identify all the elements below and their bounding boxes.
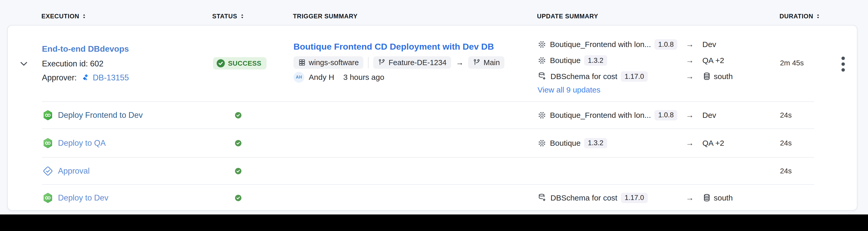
trigger-time: 3 hours ago bbox=[343, 73, 384, 82]
sort-icon[interactable] bbox=[240, 14, 245, 19]
update-name: Boutique_Frontend with lon... bbox=[550, 111, 651, 120]
approver-label: Approver: bbox=[42, 73, 76, 82]
cd-stage-icon bbox=[42, 138, 54, 149]
git-branch-icon bbox=[473, 59, 480, 66]
arrow-glyph: → bbox=[686, 139, 694, 148]
arrow-glyph: → bbox=[686, 72, 694, 81]
author-name: Andy H bbox=[309, 73, 334, 82]
update-target: QA +2 bbox=[702, 56, 724, 65]
database-schema-icon bbox=[537, 193, 547, 202]
version-chip: 1.17.0 bbox=[621, 193, 648, 203]
update-name: Boutique bbox=[550, 56, 581, 65]
update-target: Dev bbox=[702, 40, 716, 49]
update-line: DBSchema for cost 1.17.0 → south bbox=[537, 71, 825, 82]
chevron-down-icon[interactable] bbox=[19, 59, 29, 69]
stage-row: Deploy to Dev DBSchema for cost 1.17.0 →… bbox=[8, 185, 857, 210]
gear-icon bbox=[537, 111, 546, 120]
sort-icon[interactable] bbox=[82, 14, 87, 19]
cd-stage-icon bbox=[42, 192, 54, 204]
duration-value: 24s bbox=[780, 111, 792, 119]
duration-value: 24s bbox=[780, 139, 792, 147]
column-header-execution[interactable]: EXECUTION bbox=[41, 12, 87, 21]
database-instance-icon bbox=[702, 194, 711, 202]
stage-name-link[interactable]: Approval bbox=[58, 166, 90, 176]
column-header-update-summary: UPDATE SUMMARY bbox=[537, 12, 598, 21]
letterbox-bar bbox=[0, 215, 868, 231]
repo-name: wings-software bbox=[309, 59, 359, 67]
update-name: DBSchema for cost bbox=[551, 194, 617, 202]
stage-name-link[interactable]: Deploy to Dev bbox=[58, 193, 108, 202]
stage-name-link[interactable]: Deploy Frontend to Dev bbox=[58, 111, 143, 120]
executions-table-page: EXECUTION STATUS TRIGGER SUMMARY UPDATE … bbox=[0, 0, 868, 231]
table-row: End-to-end DBdevops Execution id: 602 Ap… bbox=[8, 26, 857, 102]
pipeline-name-link[interactable]: End-to-end DBdevops bbox=[42, 44, 129, 54]
source-branch-tag: Feature-DE-1234 bbox=[373, 56, 451, 69]
check-circle-icon bbox=[235, 194, 242, 201]
update-name: Boutique bbox=[550, 139, 581, 148]
avatar: AH bbox=[293, 72, 304, 83]
gear-icon bbox=[537, 40, 546, 49]
update-target: south bbox=[702, 72, 733, 81]
repository-icon bbox=[298, 59, 306, 66]
update-target: Dev bbox=[702, 111, 716, 120]
target-branch-tag: Main bbox=[468, 56, 504, 69]
column-header-duration[interactable]: DURATION bbox=[779, 12, 820, 21]
approver-row: Approver: DB-13155 bbox=[42, 73, 129, 82]
target-branch-name: Main bbox=[484, 59, 500, 67]
trigger-tags: wings-software Feature-DE-1234 → Main bbox=[293, 56, 504, 69]
stage-row: Deploy to QA Boutique 1.3.2 → QA +2 24s bbox=[8, 129, 857, 157]
database-instance-icon bbox=[702, 72, 711, 81]
version-chip: 1.0.8 bbox=[654, 39, 677, 50]
column-label: EXECUTION bbox=[41, 13, 79, 20]
kebab-menu-icon[interactable] bbox=[838, 55, 848, 73]
check-circle-icon bbox=[235, 112, 242, 119]
column-label: TRIGGER SUMMARY bbox=[293, 13, 358, 20]
duration-value: 2m 45s bbox=[780, 59, 804, 67]
gear-icon bbox=[537, 139, 546, 148]
repo-tag: wings-software bbox=[293, 56, 363, 69]
update-target-name: south bbox=[714, 72, 733, 81]
column-label: STATUS bbox=[212, 13, 237, 20]
arrow-glyph: → bbox=[686, 193, 694, 202]
git-branch-icon bbox=[378, 59, 385, 66]
trigger-title-link[interactable]: Boutique Frontend CD Deployment with Dev… bbox=[293, 42, 494, 52]
update-target: south bbox=[702, 194, 733, 202]
duration-value: 24s bbox=[780, 167, 792, 175]
version-chip: 1.3.2 bbox=[584, 55, 607, 66]
version-chip: 1.0.8 bbox=[654, 110, 677, 120]
update-name: DBSchema for cost bbox=[551, 72, 617, 81]
stage-row: Approval 24s bbox=[8, 157, 857, 185]
column-header-status[interactable]: STATUS bbox=[212, 12, 245, 21]
arrow-glyph: → bbox=[686, 56, 694, 65]
trigger-author-row: AH Andy H 3 hours ago bbox=[293, 72, 384, 83]
update-line: Boutique_Frontend with lon... 1.0.8 → De… bbox=[537, 39, 825, 50]
status-badge: SUCCESS bbox=[213, 57, 267, 70]
approval-stage-icon bbox=[42, 165, 54, 177]
jira-icon bbox=[81, 74, 90, 82]
sort-icon[interactable] bbox=[815, 14, 820, 19]
approver-ticket-link[interactable]: DB-13155 bbox=[93, 73, 129, 82]
update-target: QA +2 bbox=[702, 139, 724, 148]
arrow-glyph: → bbox=[456, 58, 464, 67]
database-schema-icon bbox=[537, 72, 547, 81]
update-line: DBSchema for cost 1.17.0 → south bbox=[537, 192, 825, 204]
check-circle-icon bbox=[216, 59, 225, 68]
cd-stage-icon bbox=[42, 110, 54, 121]
column-label: DURATION bbox=[779, 13, 813, 20]
update-target-name: south bbox=[714, 194, 733, 202]
execution-id: Execution id: 602 bbox=[42, 59, 103, 69]
status-label: SUCCESS bbox=[228, 60, 261, 68]
execution-card: End-to-end DBdevops Execution id: 602 Ap… bbox=[7, 25, 858, 210]
column-label: UPDATE SUMMARY bbox=[537, 13, 598, 20]
stage-row: Deploy Frontend to Dev Boutique_Frontend… bbox=[8, 102, 857, 129]
version-chip: 1.3.2 bbox=[584, 138, 607, 148]
divider bbox=[368, 57, 369, 68]
arrow-glyph: → bbox=[686, 111, 694, 120]
column-header-trigger-summary: TRIGGER SUMMARY bbox=[293, 12, 358, 21]
arrow-glyph: → bbox=[686, 40, 694, 49]
stage-name-link[interactable]: Deploy to QA bbox=[58, 139, 105, 148]
version-chip: 1.17.0 bbox=[621, 71, 648, 82]
check-circle-icon bbox=[235, 140, 242, 147]
update-name: Boutique_Frontend with lon... bbox=[550, 40, 651, 49]
view-all-updates-link[interactable]: View all 9 updates bbox=[537, 85, 600, 94]
